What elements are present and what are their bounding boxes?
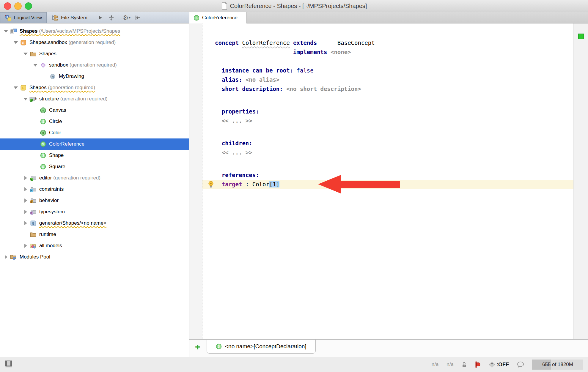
tree-row-colorreference[interactable]: SColorReference: [0, 138, 189, 150]
tree-label: constraints: [39, 186, 64, 192]
code-cell[interactable]: instance can be root:: [222, 67, 297, 74]
code-cell[interactable]: [327, 49, 331, 55]
tree-row-shape[interactable]: SShape: [0, 150, 189, 161]
tree-row-shapes[interactable]: Shapes: [0, 48, 189, 59]
selection-info[interactable]: n/a: [446, 362, 454, 368]
tree-row-structure[interactable]: s✱structure (generation required): [0, 93, 189, 105]
toolwindow-tab-file-system[interactable]: File System: [47, 12, 92, 23]
tree-row-shapes[interactable]: LShapes (generation required): [0, 82, 189, 93]
code-cell[interactable]: <no short description>: [286, 86, 361, 92]
node-tab-concept-declaration[interactable]: S <no name>[ConceptDeclaration]: [207, 340, 316, 354]
code-cell[interactable]: <no alias>: [246, 76, 279, 83]
svg-text:S: S: [42, 165, 44, 168]
toggle-toolwindows-icon[interactable]: [5, 360, 13, 368]
settings-gear-icon[interactable]: ⚙▾: [122, 13, 132, 22]
tree-row-color[interactable]: SColor: [0, 127, 189, 138]
code-line[interactable]: << ... >>: [202, 116, 573, 125]
code-cell[interactable]: [215, 49, 293, 55]
chevron-right-icon[interactable]: [22, 244, 29, 248]
tree-row-behavior[interactable]: bbehavior: [0, 195, 189, 206]
tree-row-shapes[interactable]: Shapes (/Users/vaclav/MPSProjects/Shapes: [0, 26, 189, 37]
intention-bulb-icon[interactable]: [208, 181, 214, 188]
chevron-down-icon[interactable]: [2, 30, 10, 33]
chevron-down-icon[interactable]: [32, 64, 39, 67]
code-cell[interactable]: << ... >>: [222, 149, 252, 156]
tree-row-generator-shapes-no-name[interactable]: Ggenerator/Shapes/<no name>: [0, 217, 189, 229]
code-cell[interactable]: [290, 40, 293, 46]
chevron-down-icon[interactable]: [12, 41, 19, 44]
tree-row-modules-pool[interactable]: Modules Pool: [0, 251, 189, 263]
chevron-down-icon[interactable]: [22, 98, 29, 100]
code-cell[interactable]: concept: [215, 40, 242, 46]
chevron-right-icon[interactable]: [22, 187, 29, 191]
tree-row-typesystem[interactable]: ttypesystem: [0, 206, 189, 217]
lock-open-icon[interactable]: [462, 362, 467, 368]
tree-row-constraints[interactable]: cconstraints: [0, 184, 189, 195]
code-cell[interactable]: [1]: [269, 181, 279, 187]
hector-icon[interactable]: [475, 361, 480, 368]
tree-row-all-models[interactable]: all models: [0, 240, 189, 251]
chevron-right-icon[interactable]: [2, 255, 10, 259]
tree-row-runtime[interactable]: runtime: [0, 229, 189, 240]
code-cell[interactable]: false: [296, 67, 313, 74]
code-line[interactable]: target : Color[1]: [202, 180, 573, 189]
toolbar-separator: [119, 14, 119, 21]
tree-row-shapes-sandbox[interactable]: SShapes.sandbox (generation required): [0, 37, 189, 48]
code-cell[interactable]: extends: [293, 40, 317, 46]
collapse-all-icon[interactable]: [106, 13, 117, 22]
code-cell[interactable]: alias:: [222, 76, 246, 83]
code-line[interactable]: references:: [202, 171, 573, 180]
code-cell[interactable]: BaseConcept: [337, 40, 375, 46]
code-area[interactable]: concept ColorReference extends BaseConce…: [202, 23, 573, 339]
tree-label: Circle: [49, 119, 62, 124]
feedback-bubble-icon[interactable]: [517, 361, 524, 368]
code-line[interactable]: short description: <no short description…: [202, 84, 573, 94]
code-cell[interactable]: ColorReference: [242, 40, 290, 46]
tree-row-square[interactable]: SSquare: [0, 161, 189, 172]
tree-row-mydrawing[interactable]: NMyDrawing: [0, 71, 189, 82]
error-stripe[interactable]: [573, 23, 588, 339]
tree-row-editor[interactable]: eeditor (generation required): [0, 172, 189, 184]
tree-label: Shapes: [29, 85, 47, 90]
chevron-right-icon[interactable]: [22, 176, 29, 180]
code-cell[interactable]: [317, 40, 337, 46]
code-line[interactable]: concept ColorReference extends BaseConce…: [202, 38, 573, 48]
editor-tab-colorreference[interactable]: S ColorReference: [189, 12, 247, 23]
tree-row-canvas[interactable]: SCanvas: [0, 105, 189, 116]
chevron-down-icon[interactable]: [12, 86, 19, 89]
chevron-right-icon[interactable]: [22, 221, 29, 225]
hide-panel-icon[interactable]: [133, 13, 143, 22]
run-icon[interactable]: [95, 13, 105, 22]
code-cell[interactable]: short description:: [222, 86, 286, 92]
concept-icon: S: [39, 152, 47, 158]
code-cell[interactable]: implements: [293, 49, 327, 55]
tree-row-circle[interactable]: SCircle: [0, 116, 189, 127]
code-cell[interactable]: children:: [222, 140, 252, 146]
code-cell[interactable]: properties:: [222, 108, 259, 115]
toolwindow-tab-logical-view[interactable]: SLLogical View: [0, 12, 47, 23]
chevron-down-icon[interactable]: [22, 53, 29, 55]
concept-icon: S: [39, 119, 47, 124]
code-cell[interactable]: <none>: [331, 49, 351, 55]
code-cell[interactable]: references:: [222, 172, 259, 178]
memory-indicator[interactable]: 655 of 1820M: [532, 360, 583, 370]
code-line[interactable]: properties:: [202, 107, 573, 116]
caret-position[interactable]: n/a: [432, 362, 439, 368]
tree-label: editor: [39, 175, 52, 181]
code-cell[interactable]: Color: [252, 181, 269, 187]
chevron-right-icon[interactable]: [22, 198, 29, 203]
svg-text:S: S: [22, 41, 24, 45]
code-line[interactable]: children:: [202, 139, 573, 148]
logical-view-icon: SL: [4, 15, 12, 21]
add-aspect-button[interactable]: +: [192, 340, 203, 354]
chevron-right-icon[interactable]: [22, 210, 29, 214]
code-line[interactable]: instance can be root: false: [202, 66, 573, 75]
code-cell[interactable]: << ... >>: [222, 117, 252, 124]
code-line[interactable]: << ... >>: [202, 148, 573, 157]
code-cell[interactable]: target: [222, 181, 246, 187]
code-cell[interactable]: :: [246, 181, 252, 187]
code-line[interactable]: alias: <no alias>: [202, 75, 573, 84]
code-line[interactable]: implements <none>: [202, 48, 573, 57]
tree-row-sandbox[interactable]: Msandbox (generation required): [0, 59, 189, 71]
typesystem-status[interactable]: T:OFF: [488, 361, 509, 368]
